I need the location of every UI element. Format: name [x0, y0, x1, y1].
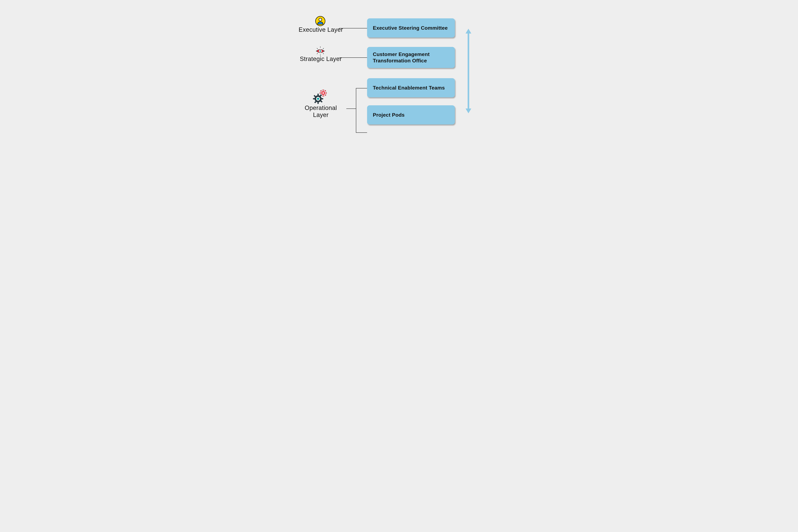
connector-operational-bottom — [356, 132, 367, 133]
svg-point-22 — [322, 92, 324, 94]
gears-icon — [312, 89, 329, 104]
operational-layer-label: Operational Layer — [300, 104, 342, 118]
governance-layers-diagram: Executive Layer Strategic Layer Operatio… — [279, 0, 519, 159]
svg-point-33 — [317, 98, 319, 100]
svg-line-7 — [323, 48, 324, 49]
svg-line-8 — [317, 53, 318, 54]
node-ceto: Customer Engagement Transformation Offic… — [367, 47, 455, 68]
node-tech-enablement: Technical Enablement Teams — [367, 78, 455, 97]
node-project-pods-label: Project Pods — [367, 112, 410, 118]
executive-layer-label: Executive Layer — [297, 26, 345, 33]
svg-rect-15 — [320, 93, 321, 94]
node-ceto-label: Customer Engagement Transformation Offic… — [367, 51, 455, 64]
svg-rect-13 — [323, 90, 324, 91]
node-exec-steering: Executive Steering Committee — [367, 18, 455, 38]
eye-icon — [315, 46, 326, 56]
svg-line-6 — [317, 48, 318, 49]
bidirectional-flow-arrow — [465, 29, 472, 113]
person-icon — [315, 16, 326, 27]
connector-operational-bracket-vert — [356, 88, 356, 132]
svg-rect-14 — [323, 95, 324, 97]
node-tech-enablement-label: Technical Enablement Teams — [367, 84, 451, 91]
svg-point-11 — [320, 50, 321, 52]
svg-line-9 — [323, 53, 324, 54]
connector-operational-top — [356, 88, 367, 89]
node-project-pods: Project Pods — [367, 105, 455, 125]
node-exec-steering-label: Executive Steering Committee — [367, 25, 453, 31]
svg-rect-16 — [325, 93, 327, 94]
svg-rect-17 — [324, 90, 326, 92]
connector-strategic — [339, 57, 367, 58]
svg-point-1 — [319, 18, 322, 21]
connector-operational-stem — [346, 109, 356, 109]
svg-rect-20 — [325, 94, 326, 96]
strategic-layer-label: Strategic Layer — [297, 56, 345, 62]
connector-exec — [339, 28, 367, 28]
svg-rect-19 — [320, 90, 322, 92]
